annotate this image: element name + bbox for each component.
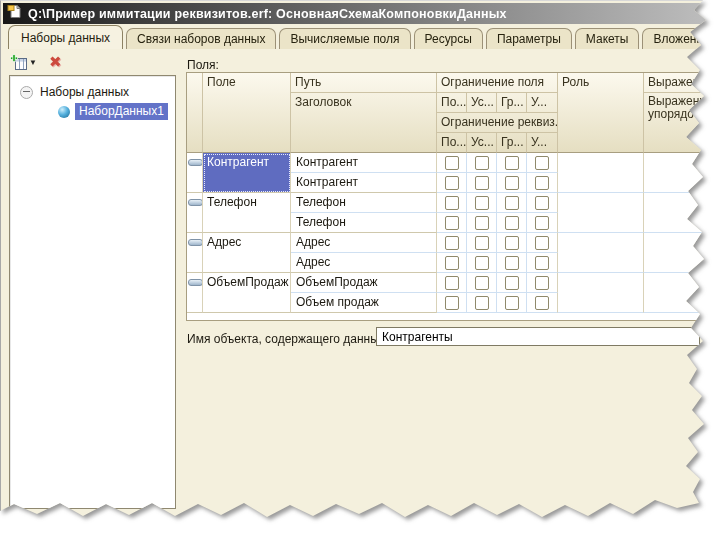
window-document-icon bbox=[7, 4, 22, 23]
add-dataset-button[interactable]: ▼ bbox=[10, 54, 37, 71]
title-cell[interactable]: Объем продаж bbox=[291, 293, 437, 313]
checkbox-field-restriction-field[interactable] bbox=[437, 153, 467, 173]
row-handle[interactable] bbox=[187, 193, 203, 233]
header-field[interactable]: Поле bbox=[203, 73, 291, 153]
tree-item-label-selected[interactable]: НаборДанных1 bbox=[75, 103, 168, 120]
checkbox-field-restriction-order[interactable] bbox=[527, 273, 558, 293]
header-sub-condition-2[interactable]: Ус... bbox=[467, 133, 497, 153]
title-cell[interactable]: Контрагент bbox=[291, 173, 437, 193]
row-handle[interactable] bbox=[187, 153, 203, 193]
header-sub-group[interactable]: Гр... bbox=[497, 93, 527, 113]
row-handle[interactable] bbox=[187, 233, 203, 273]
collapse-expander-icon[interactable] bbox=[20, 86, 33, 99]
checkbox-field-restriction-group[interactable] bbox=[497, 153, 527, 173]
path-cell[interactable]: Телефон bbox=[291, 193, 437, 213]
checkbox-attr-restriction-order[interactable] bbox=[527, 213, 558, 233]
add-table-icon bbox=[10, 54, 28, 71]
table-empty-area bbox=[187, 313, 704, 320]
checkbox-attr-restriction-order[interactable] bbox=[527, 253, 558, 273]
checkbox-attr-restriction-field[interactable] bbox=[437, 253, 467, 273]
field-cell[interactable]: Адрес bbox=[203, 233, 291, 273]
checkbox-field-restriction-field[interactable] bbox=[437, 193, 467, 213]
tree-root-label[interactable]: Наборы данных bbox=[40, 85, 129, 99]
field-cell[interactable]: Телефон bbox=[203, 193, 291, 233]
checkbox-attr-restriction-condition[interactable] bbox=[467, 173, 497, 193]
object-name-label: Имя объекта, содержащего данные: bbox=[187, 332, 389, 346]
checkbox-attr-restriction-order[interactable] bbox=[527, 293, 558, 313]
role-cell[interactable] bbox=[558, 233, 644, 273]
checkbox-field-restriction-condition[interactable] bbox=[467, 193, 497, 213]
header-path[interactable]: Путь bbox=[291, 73, 437, 93]
tree-root-row[interactable]: Наборы данных bbox=[20, 85, 175, 99]
add-dropdown-caret-icon[interactable]: ▼ bbox=[29, 58, 37, 67]
expression-cell[interactable] bbox=[644, 233, 704, 273]
path-cell[interactable]: ОбъемПродаж bbox=[291, 273, 437, 293]
checkbox-field-restriction-order[interactable] bbox=[527, 153, 558, 173]
title-cell[interactable]: Адрес bbox=[291, 253, 437, 273]
checkbox-field-restriction-group[interactable] bbox=[497, 193, 527, 213]
checkbox-attr-restriction-group[interactable] bbox=[497, 293, 527, 313]
field-row-icon bbox=[188, 279, 203, 286]
checkbox-field-restriction-order[interactable] bbox=[527, 193, 558, 213]
checkbox-attr-restriction-group[interactable] bbox=[497, 173, 527, 193]
header-sub-order-2[interactable]: У... bbox=[527, 133, 558, 153]
checkbox-attr-restriction-condition[interactable] bbox=[467, 213, 497, 233]
object-name-input[interactable] bbox=[376, 327, 700, 346]
header-role[interactable]: Роль bbox=[558, 73, 644, 153]
tab-nested-schemas[interactable]: Вложенные схемы bbox=[642, 28, 728, 49]
tree-item-dataset1[interactable]: НаборДанных1 bbox=[58, 103, 175, 120]
delete-dataset-button[interactable]: ✖ bbox=[49, 55, 62, 69]
header-sub-field[interactable]: По... bbox=[437, 93, 467, 113]
checkbox-attr-restriction-field[interactable] bbox=[437, 173, 467, 193]
header-sub-field-2[interactable]: По... bbox=[437, 133, 467, 153]
checkbox-field-restriction-order[interactable] bbox=[527, 233, 558, 253]
dataset-object-icon bbox=[58, 106, 70, 118]
field-cell[interactable]: ОбъемПродаж bbox=[203, 273, 291, 313]
checkbox-field-restriction-field[interactable] bbox=[437, 233, 467, 253]
header-sub-condition[interactable]: Ус... bbox=[467, 93, 497, 113]
role-cell[interactable] bbox=[558, 273, 644, 313]
header-sub-order[interactable]: У... bbox=[527, 93, 558, 113]
checkbox-field-restriction-field[interactable] bbox=[437, 273, 467, 293]
field-row-icon bbox=[188, 159, 203, 166]
checkbox-attr-restriction-order[interactable] bbox=[527, 173, 558, 193]
tab-templates[interactable]: Макеты bbox=[575, 28, 640, 49]
checkbox-field-restriction-condition[interactable] bbox=[467, 233, 497, 253]
checkbox-attr-restriction-group[interactable] bbox=[497, 213, 527, 233]
fields-table: Поле Путь Заголовок Ограничение поля По.… bbox=[186, 72, 705, 321]
checkbox-field-restriction-condition[interactable] bbox=[467, 273, 497, 293]
field-cell-selected[interactable]: Контрагент bbox=[203, 153, 291, 193]
header-attribute-restriction[interactable]: Ограничение реквиз... bbox=[437, 113, 558, 133]
checkbox-attr-restriction-field[interactable] bbox=[437, 293, 467, 313]
expression-cell[interactable] bbox=[644, 193, 704, 233]
expression-cell[interactable] bbox=[644, 273, 704, 313]
header-field-restriction[interactable]: Ограничение поля bbox=[437, 73, 558, 93]
checkbox-attr-restriction-condition[interactable] bbox=[467, 293, 497, 313]
datasets-tree-panel[interactable]: Наборы данных НаборДанных1 bbox=[9, 75, 176, 509]
checkbox-field-restriction-group[interactable] bbox=[497, 273, 527, 293]
header-expression[interactable]: Выражени bbox=[644, 73, 704, 93]
checkbox-attr-restriction-group[interactable] bbox=[497, 253, 527, 273]
path-cell[interactable]: Адрес bbox=[291, 233, 437, 253]
tab-parameters[interactable]: Параметры bbox=[486, 28, 572, 49]
tab-calculated-fields[interactable]: Вычисляемые поля bbox=[279, 28, 410, 49]
role-cell[interactable] bbox=[558, 153, 644, 193]
header-order-expression[interactable]: Выражения упорядочива bbox=[644, 93, 704, 153]
checkbox-attr-restriction-field[interactable] bbox=[437, 213, 467, 233]
title-cell[interactable]: Телефон bbox=[291, 213, 437, 233]
row-handle[interactable] bbox=[187, 273, 203, 313]
path-cell[interactable]: Контрагент bbox=[291, 153, 437, 173]
header-sub-group-2[interactable]: Гр... bbox=[497, 133, 527, 153]
header-title[interactable]: Заголовок bbox=[291, 93, 437, 153]
title-bar[interactable]: Q:\Пример иммитации реквизитов.erf: Осно… bbox=[3, 3, 728, 24]
tab-data-sets[interactable]: Наборы данных bbox=[8, 25, 123, 49]
role-cell[interactable] bbox=[558, 193, 644, 233]
schema-editor-window: Q:\Пример иммитации реквизитов.erf: Осно… bbox=[0, 0, 728, 538]
tab-data-set-links[interactable]: Связи наборов данных bbox=[126, 28, 276, 49]
checkbox-attr-restriction-condition[interactable] bbox=[467, 253, 497, 273]
expression-cell[interactable] bbox=[644, 153, 704, 193]
screenshot-stage: Q:\Пример иммитации реквизитов.erf: Осно… bbox=[0, 0, 728, 538]
checkbox-field-restriction-group[interactable] bbox=[497, 233, 527, 253]
tab-resources[interactable]: Ресурсы bbox=[414, 28, 483, 49]
checkbox-field-restriction-condition[interactable] bbox=[467, 153, 497, 173]
